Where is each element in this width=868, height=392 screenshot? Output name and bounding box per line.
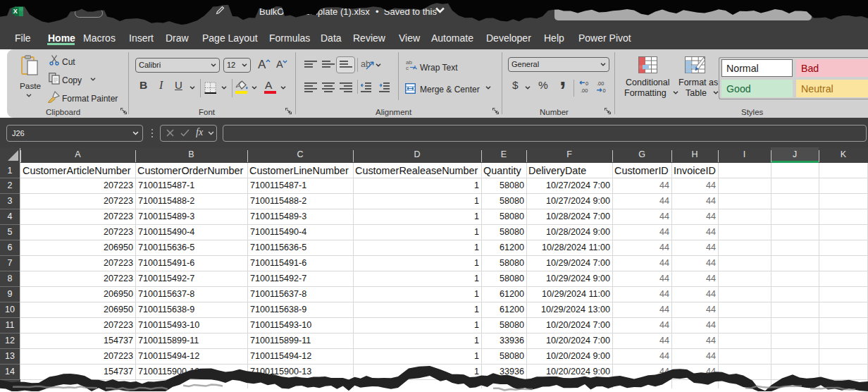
svg-text:c: c <box>406 65 409 71</box>
svg-text:.00: .00 <box>581 87 588 93</box>
svg-text:0: 0 <box>603 87 606 93</box>
svg-text:.00: .00 <box>597 80 604 87</box>
svg-text:0: 0 <box>585 80 588 87</box>
